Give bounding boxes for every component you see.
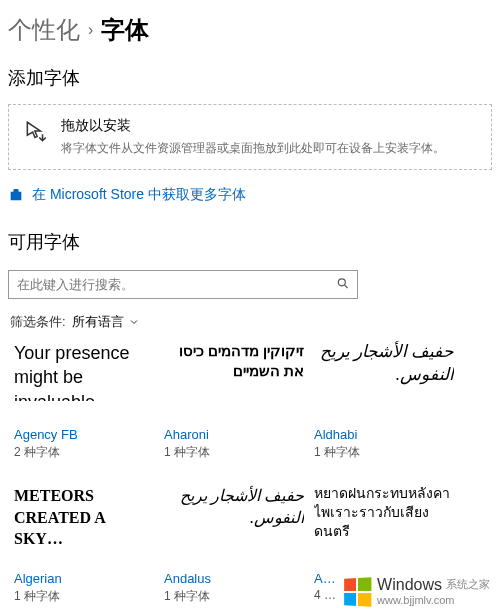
font-sample: Your presence might be invaluable. [14, 341, 154, 401]
search-box[interactable] [8, 270, 358, 299]
search-input[interactable] [8, 270, 358, 299]
breadcrumb-current: 字体 [101, 14, 149, 46]
font-count: 1 种字体 [314, 444, 454, 461]
font-sample: حفيف الأشجار يريح النفوس. [164, 485, 304, 545]
font-count: 1 种字体 [164, 588, 304, 605]
font-count: 2 种字体 [14, 444, 154, 461]
font-card[interactable]: METEORS CREATED A SKY…Algerian1 种字体 [14, 485, 154, 605]
font-sample: זיקוקין מדהמים כיסו את השמיים [164, 341, 304, 401]
chevron-right-icon: › [88, 21, 93, 39]
add-fonts-heading: 添加字体 [0, 56, 500, 98]
drag-install-icon [23, 119, 49, 145]
drop-zone-subtitle: 将字体文件从文件资源管理器或桌面拖放到此处即可在设备上安装字体。 [61, 139, 445, 157]
store-link-label: 在 Microsoft Store 中获取更多字体 [32, 186, 246, 204]
microsoft-store-link[interactable]: 在 Microsoft Store 中获取更多字体 [0, 182, 500, 220]
font-card[interactable]: זיקוקין מדהמים כיסו את השמייםAharoni1 种字… [164, 341, 304, 461]
windows-logo-icon [344, 577, 371, 607]
font-count: 1 种字体 [164, 444, 304, 461]
filter-label: 筛选条件: [10, 313, 66, 331]
font-name: Aldhabi [314, 427, 454, 442]
filter-row: 筛选条件: 所有语言 [0, 313, 500, 341]
drop-zone-title: 拖放以安装 [61, 117, 445, 135]
chevron-down-icon [128, 316, 140, 328]
font-sample: METEORS CREATED A SKY… [14, 485, 154, 545]
font-name: Aharoni [164, 427, 304, 442]
font-card[interactable]: حفيف الأشجار يريح النفوس.Andalus1 种字体 [164, 485, 304, 605]
svg-point-0 [338, 278, 345, 285]
font-sample: หยาดฝนกระทบหลังคาไพเราะราวกับเสียงดนตรี [314, 485, 454, 545]
breadcrumb: 个性化 › 字体 [0, 0, 500, 56]
breadcrumb-parent[interactable]: 个性化 [8, 14, 80, 46]
store-icon [8, 187, 24, 203]
font-count: 1 种字体 [14, 588, 154, 605]
font-name: Agency FB [14, 427, 154, 442]
available-fonts-heading: 可用字体 [0, 220, 500, 262]
watermark-site: www.bjjmlv.com [377, 594, 490, 606]
drop-zone-text: 拖放以安装 将字体文件从文件资源管理器或桌面拖放到此处即可在设备上安装字体。 [61, 117, 445, 157]
font-name: Algerian [14, 571, 154, 586]
watermark: Windows 系统之家 www.bjjmlv.com [339, 574, 494, 610]
search-icon[interactable] [336, 276, 350, 293]
svg-line-1 [345, 285, 348, 288]
watermark-sub: 系统之家 [446, 577, 490, 592]
font-card[interactable]: حفيف الأشجار يريح النفوس.Aldhabi1 种字体 [314, 341, 454, 461]
font-name: Andalus [164, 571, 304, 586]
drop-zone[interactable]: 拖放以安装 将字体文件从文件资源管理器或桌面拖放到此处即可在设备上安装字体。 [8, 104, 492, 170]
font-sample: حفيف الأشجار يريح النفوس. [314, 341, 454, 401]
filter-dropdown[interactable]: 所有语言 [72, 313, 140, 331]
watermark-text: Windows 系统之家 www.bjjmlv.com [377, 576, 490, 608]
watermark-brand: Windows [377, 576, 442, 594]
filter-value: 所有语言 [72, 313, 124, 331]
font-card[interactable]: Your presence might be invaluable.Agency… [14, 341, 154, 461]
